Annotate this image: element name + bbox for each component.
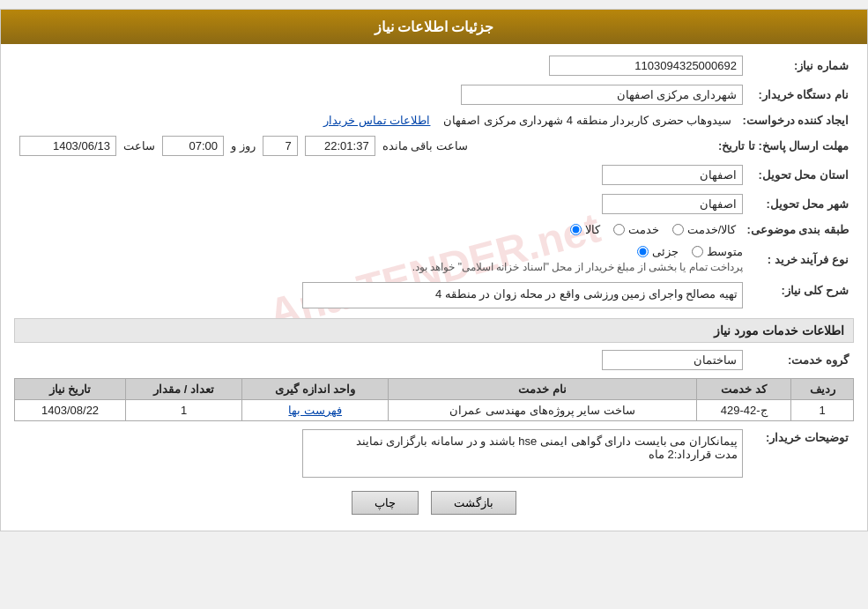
khadamat-section-header: اطلاعات خدمات مورد نیاز	[14, 318, 854, 343]
ittelaatTamas-link[interactable]: اطلاعات تماس خریدار	[323, 114, 430, 127]
cell-nam: ساخت سایر پروژه‌های مهندسی عمران	[389, 400, 697, 421]
namDastgah-label: نام دستگاه خریدار:	[748, 82, 854, 108]
cell-tarikh: 1403/08/22	[15, 400, 126, 421]
mohlat-saat-label: ساعت	[123, 139, 155, 152]
ostanTahvil-label: استان محل تحویل:	[748, 162, 854, 188]
radio-kala[interactable]: کالا	[570, 223, 600, 236]
print-button[interactable]: چاپ	[352, 491, 419, 515]
radio-kala-khadamat-input[interactable]	[672, 224, 684, 235]
col-kod: کد خدمت	[696, 379, 790, 400]
noefarayand-label: نوع فرآیند خرید :	[748, 242, 854, 276]
radio-khadamat[interactable]: خدمت	[613, 223, 659, 236]
radio-jezvi[interactable]: جزئی	[637, 245, 679, 258]
col-nam: نام خدمت	[389, 379, 697, 400]
groheKhadamat-label: گروه خدمت:	[748, 347, 854, 373]
radio-kala-khadamat-label: کالا/خدمت	[687, 223, 737, 236]
shomareNiaz-value: 1103094325000692	[14, 53, 748, 78]
radio-kala-input[interactable]	[570, 224, 582, 235]
radio-kala-label: کالا	[585, 223, 600, 236]
noefarayand-content: متوسط جزئی پرداخت تمام یا بخشی از مبلغ خ…	[14, 242, 748, 276]
ijadKonande-label: ایجاد کننده درخواست:	[737, 111, 854, 130]
radio-khadamat-label: خدمت	[628, 223, 659, 236]
col-tedad: تعداد / مقدار	[126, 379, 242, 400]
mohlat-fields: 1403/06/13 ساعت 07:00 روز و 7 22:01:37 س…	[14, 133, 713, 159]
tosihKhardar-label: توضیحات خریدار:	[748, 427, 854, 480]
page-header: جزئیات اطلاعات نیاز	[1, 10, 867, 44]
noefarayand-note: پرداخت تمام یا بخشی از مبلغ خریدار از مح…	[19, 261, 743, 273]
cell-radif: 1	[791, 400, 854, 421]
radio-jezvi-input[interactable]	[637, 246, 649, 257]
tosihKhardar-value: پیمانکاران می بایست دارای گواهی ایمنی hs…	[14, 427, 748, 480]
table-row: 1 ج-42-429 ساخت سایر پروژه‌های مهندسی عم…	[15, 400, 854, 421]
col-radif: ردیف	[791, 379, 854, 400]
namDastgah-value: شهرداری مرکزی اصفهان	[14, 82, 748, 108]
back-button[interactable]: بازگشت	[431, 491, 516, 515]
cell-tedad: 1	[126, 400, 242, 421]
radio-mottavasset-input[interactable]	[692, 246, 703, 257]
ostanTahvil-value: اصفهان	[14, 162, 748, 188]
mohlat-rooz-label: روز و	[231, 139, 256, 152]
groheKhadamat-value: ساختمان	[14, 347, 748, 373]
tabaqebandi-radios: کالا/خدمت خدمت کالا	[14, 220, 741, 239]
shahrTahvil-label: شهر محل تحویل:	[748, 191, 854, 217]
radio-mottavasset-label: متوسط	[707, 245, 743, 258]
cell-vahed[interactable]: فهرست بها	[242, 400, 389, 421]
sharh-value: تهیه مصالح واجرای زمین ورزشی واقع در محل…	[14, 279, 748, 311]
tabaqebandi-label: طبقه بندی موضوعی:	[741, 220, 854, 239]
cell-kod: ج-42-429	[696, 400, 790, 421]
shomareNiaz-label: شماره نیاز:	[748, 53, 854, 78]
khadamat-table: ردیف کد خدمت نام خدمت واحد اندازه گیری ت…	[14, 378, 854, 421]
shahrTahvil-value: اصفهان	[14, 191, 748, 217]
radio-mottavasset[interactable]: متوسط	[692, 245, 743, 258]
sharh-label: شرح کلی نیاز:	[748, 279, 854, 311]
ijadKonande-value: سیدوهاب حضری کاربردار منطقه 4 شهرداری مر…	[14, 111, 737, 130]
col-vahed: واحد اندازه گیری	[242, 379, 389, 400]
radio-kala-khadamat[interactable]: کالا/خدمت	[672, 223, 737, 236]
buttons-row: بازگشت چاپ	[14, 491, 854, 515]
col-tarikh: تاریخ نیاز	[15, 379, 126, 400]
radio-jezvi-label: جزئی	[652, 245, 679, 258]
radio-khadamat-input[interactable]	[613, 224, 625, 235]
mohlat-label: مهلت ارسال پاسخ: تا تاریخ:	[713, 133, 854, 159]
mohlat-remaining-label: ساعت باقی مانده	[382, 139, 468, 152]
